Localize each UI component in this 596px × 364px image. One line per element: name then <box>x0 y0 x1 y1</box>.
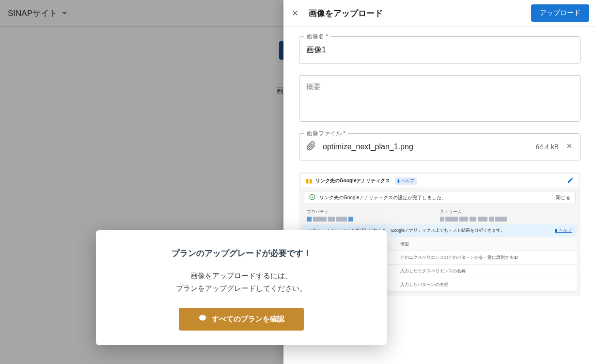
image-name-label: 画像名 * <box>304 32 330 41</box>
file-name: optimize_next_plan_1.png <box>323 142 529 151</box>
help-badge[interactable]: ▮ ヘルプ <box>395 177 417 185</box>
remove-file-icon[interactable] <box>565 142 573 152</box>
property-value-redacted <box>307 217 440 222</box>
verified-icon <box>198 314 207 324</box>
attachment-icon <box>306 141 316 153</box>
file-size: 64.4 kB <box>536 143 559 151</box>
edit-icon[interactable] <box>567 177 574 185</box>
image-name-input[interactable] <box>299 37 580 63</box>
upload-button[interactable]: アップロード <box>531 4 589 22</box>
check-icon <box>309 194 315 201</box>
success-message: リンク先のGoogleアナリティクスの設定が完了しました。 <box>319 194 446 201</box>
preview-title: リンク先のGoogleアナリティクス <box>315 177 390 184</box>
modal-message: 画像をアップロードするには、 プランをアップグレードしてください。 <box>110 269 372 294</box>
close-icon[interactable] <box>290 8 300 18</box>
image-file-label: 画像ファイル * <box>304 129 348 138</box>
modal-title: プランのアップグレードが必要です！ <box>110 248 372 259</box>
property-label: プロパティ <box>307 209 440 215</box>
analytics-icon: ▮▮ <box>306 177 313 184</box>
stream-label: ストリーム <box>440 209 573 215</box>
upgrade-modal: プランのアップグレードが必要です！ 画像をアップロードするには、 プランをアップ… <box>96 230 387 345</box>
help-link[interactable]: ▮ ヘルプ <box>555 227 572 234</box>
drawer-title: 画像をアップロード <box>309 8 522 19</box>
summary-input[interactable] <box>299 76 580 119</box>
stream-value-redacted <box>440 217 573 222</box>
table-header: 値型 <box>400 241 572 247</box>
close-banner[interactable]: 閉じる <box>556 194 570 201</box>
view-plans-button[interactable]: すべてのプランを確認 <box>179 308 304 331</box>
